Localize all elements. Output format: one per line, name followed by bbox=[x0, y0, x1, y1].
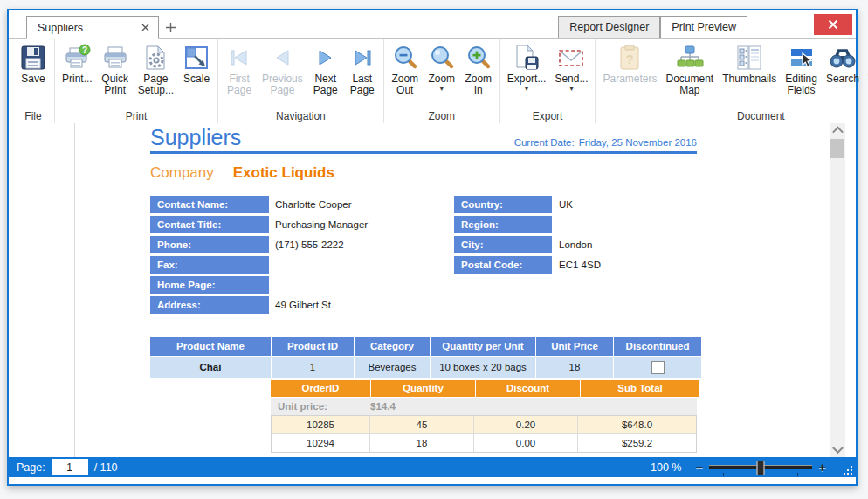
zoom-out-button[interactable]: Zoom Out bbox=[387, 43, 424, 98]
ribbon-group-document: ?ParametersDocument MapThumbnailsEditing… bbox=[596, 39, 868, 123]
title-bar: Suppliers Report DesignerPrint Preview bbox=[9, 10, 856, 38]
ribbon-group-file: SaveFile bbox=[12, 39, 55, 123]
field-label: Address: bbox=[150, 296, 269, 314]
save-icon bbox=[19, 44, 47, 72]
product-cell: 1 bbox=[272, 357, 354, 378]
contact-column-left: Contact Name:Charlotte CooperContact Tit… bbox=[150, 196, 368, 316]
orders-row: 10285450.20$648.0 bbox=[272, 416, 696, 433]
scroll-down-icon[interactable] bbox=[830, 443, 845, 457]
first-page-button: First Page bbox=[221, 43, 258, 98]
resize-grip-icon[interactable] bbox=[842, 464, 854, 476]
zoom-button[interactable]: Zoom▾ bbox=[424, 43, 460, 94]
contact-column-right: Country:UKRegion:City:LondonPostal Code:… bbox=[454, 196, 601, 276]
field-value: EC1 4SD bbox=[559, 260, 601, 270]
field-label: Home Page: bbox=[150, 276, 269, 294]
close-button[interactable] bbox=[814, 14, 852, 35]
page-setup-button[interactable]: Page Setup... bbox=[134, 43, 178, 98]
button-label: Thumbnails bbox=[722, 73, 776, 85]
dropdown-caret-icon: ▾ bbox=[525, 86, 528, 93]
orders-cell: 18 bbox=[370, 434, 474, 452]
tab-title: Suppliers bbox=[38, 22, 83, 34]
tab-suppliers[interactable]: Suppliers bbox=[26, 16, 159, 39]
document-preview-area[interactable]: Suppliers Current Date:Friday, 25 Novemb… bbox=[9, 123, 856, 457]
orders-cell: 0.20 bbox=[474, 416, 578, 433]
thumbnails-button[interactable]: Thumbnails bbox=[718, 43, 781, 86]
maximize-button[interactable] bbox=[781, 14, 807, 35]
send-button[interactable]: Send...▾ bbox=[550, 43, 592, 94]
zoom-slider-minus-icon[interactable]: − bbox=[695, 461, 703, 474]
button-label: Previous Page bbox=[262, 73, 303, 97]
parameters-button: ?Parameters bbox=[598, 43, 661, 86]
contact-row-contact-title: Contact Title:Purchasing Manager bbox=[150, 216, 368, 233]
button-label: Next Page bbox=[312, 73, 340, 97]
orders-cell: 0.00 bbox=[474, 434, 578, 452]
document-map-button[interactable]: Document Map bbox=[662, 43, 719, 98]
field-value: 49 Gilbert St. bbox=[275, 300, 334, 310]
contact-row-phone: Phone:(171) 555-2222 bbox=[150, 236, 368, 253]
field-label: Contact Title: bbox=[150, 216, 269, 233]
zoom-slider-thumb[interactable] bbox=[757, 461, 765, 475]
print-icon: ? bbox=[63, 44, 91, 72]
minimize-button[interactable] bbox=[751, 14, 777, 35]
orders-cell: 45 bbox=[370, 416, 474, 433]
zoom-in-button[interactable]: Zoom In bbox=[460, 43, 497, 98]
orders-row: 10294180.00$259.2 bbox=[272, 433, 696, 452]
product-col-header: Discontinued bbox=[614, 337, 701, 356]
report-current-date: Current Date:Friday, 25 November 2016 bbox=[514, 137, 697, 150]
next-page-icon bbox=[312, 44, 340, 72]
quick-print-button[interactable]: Quick Print bbox=[97, 43, 134, 98]
export-icon bbox=[513, 44, 541, 72]
product-col-header: Product Name bbox=[150, 337, 271, 356]
orders-cell: 10285 bbox=[272, 416, 370, 433]
contact-row-postal-code: Postal Code:EC1 4SD bbox=[454, 256, 601, 274]
contact-row-city: City:London bbox=[454, 236, 601, 253]
parameters-icon: ? bbox=[616, 44, 644, 72]
field-label: City: bbox=[454, 236, 552, 253]
scroll-up-icon[interactable] bbox=[830, 123, 845, 137]
button-label: Editing Fields bbox=[785, 73, 817, 97]
mode-button-report-designer[interactable]: Report Designer bbox=[558, 16, 660, 38]
product-cell: 18 bbox=[536, 357, 613, 378]
document-map-icon bbox=[676, 44, 704, 72]
watermark-button[interactable]: Watermark bbox=[864, 43, 868, 86]
vertical-scrollbar[interactable] bbox=[830, 123, 845, 457]
ribbon-group-buttons: ?Print...Quick PrintPage Setup...Scale bbox=[58, 43, 215, 109]
report-page: Suppliers Current Date:Friday, 25 Novemb… bbox=[150, 123, 697, 453]
export-button[interactable]: Export...▾ bbox=[503, 43, 551, 94]
dropdown-caret-icon: ▾ bbox=[440, 86, 444, 93]
desktop: Suppliers Report DesignerPrint Preview S… bbox=[0, 0, 868, 499]
page-total: / 110 bbox=[94, 461, 118, 474]
contact-row-contact-name: Contact Name:Charlotte Cooper bbox=[150, 196, 368, 213]
save-button[interactable]: Save bbox=[15, 43, 52, 86]
mode-button-print-preview[interactable]: Print Preview bbox=[660, 16, 747, 38]
next-page-button[interactable]: Next Page bbox=[307, 43, 344, 98]
scrollbar-thumb[interactable] bbox=[830, 139, 844, 158]
page-number-input[interactable] bbox=[52, 459, 88, 475]
print-button[interactable]: ?Print... bbox=[58, 43, 97, 86]
last-page-button[interactable]: Last Page bbox=[344, 43, 381, 98]
discontinued-checkbox[interactable] bbox=[651, 361, 665, 374]
status-bar: Page: / 110 100 % − + bbox=[9, 457, 856, 477]
editing-fields-button[interactable]: Editing Fields bbox=[781, 43, 822, 98]
svg-text:?: ? bbox=[626, 52, 634, 66]
last-page-icon bbox=[348, 44, 376, 72]
new-tab-button[interactable] bbox=[159, 16, 182, 39]
tab-close-icon[interactable] bbox=[139, 22, 151, 34]
company-label: Company bbox=[150, 164, 214, 181]
field-label: Phone: bbox=[150, 236, 269, 253]
zoom-slider-track[interactable] bbox=[709, 465, 812, 469]
button-label: Print... bbox=[62, 73, 93, 85]
field-value: (171) 555-2222 bbox=[275, 239, 344, 250]
group-caption: Export bbox=[500, 110, 596, 122]
search-button[interactable]: Search bbox=[822, 43, 864, 86]
title-bar-controls: Report DesignerPrint Preview bbox=[558, 10, 852, 38]
scale-button[interactable]: Scale bbox=[178, 43, 215, 86]
product-table: Product NameProduct IDCategoryQuantity p… bbox=[150, 337, 697, 378]
zoom-slider-plus-icon[interactable]: + bbox=[818, 461, 826, 474]
svg-text:?: ? bbox=[82, 45, 87, 55]
unit-price-value: $14.4 bbox=[370, 401, 396, 412]
button-label: Document Map bbox=[666, 73, 714, 97]
plus-icon bbox=[166, 23, 176, 32]
ribbon-group-print: ?Print...Quick PrintPage Setup...ScalePr… bbox=[55, 39, 218, 123]
current-date-value: Friday, 25 November 2016 bbox=[579, 137, 697, 148]
